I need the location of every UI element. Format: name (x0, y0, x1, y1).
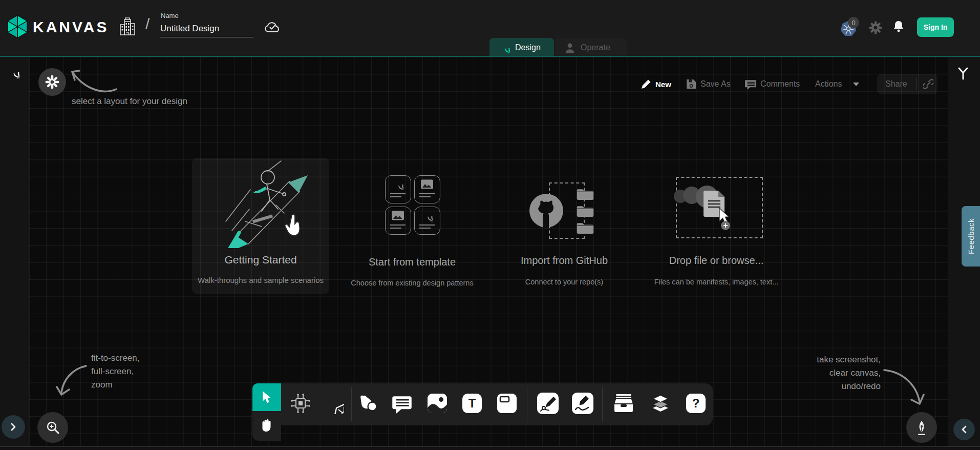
tool-kubernetes-button[interactable] (322, 392, 345, 415)
breadcrumb-separator: / (145, 15, 150, 33)
kubernetes-wheel-icon (323, 393, 344, 414)
note-icon (497, 394, 517, 413)
hint-fit-to-screen: fit-to-screen, (91, 353, 139, 363)
left-rail (0, 57, 29, 446)
tool-layers-button[interactable] (649, 392, 672, 415)
pen-nib-icon (914, 419, 929, 436)
toolbar-divider (527, 387, 527, 421)
text-tool-icon: T (468, 396, 476, 411)
hint-undo-redo: undo/redo (789, 381, 881, 392)
card-import-github[interactable] (507, 169, 622, 292)
sign-in-button[interactable]: Sign In (917, 17, 954, 37)
cursor-arrow-icon (261, 391, 273, 404)
card-subtitle: Walk-throughs and sample scenarios (184, 276, 337, 284)
magnifier-plus-icon (45, 420, 60, 435)
feedback-tab[interactable]: Feedback (962, 206, 980, 267)
tab-design[interactable]: Design (489, 38, 554, 57)
card-getting-started[interactable] (192, 158, 329, 294)
card-title: Import from GitHub (493, 255, 636, 267)
shapes-icon (358, 393, 378, 414)
tool-text-button[interactable]: T (462, 394, 482, 413)
card-title: Drop file or browse... (645, 255, 788, 267)
hand-pan-icon (260, 419, 273, 433)
collapse-right-panel-button[interactable] (953, 419, 975, 440)
drawer-archive-icon (613, 393, 634, 414)
actions-dropdown[interactable]: Actions (815, 75, 859, 93)
layout-hint-arrow (59, 57, 125, 97)
building-icon[interactable] (119, 17, 136, 36)
zoom-button[interactable] (37, 412, 68, 443)
tool-comment-button[interactable] (391, 392, 413, 415)
flower-layout-icon (45, 74, 60, 90)
tool-image-button[interactable] (428, 394, 447, 413)
hint-take-screenshot: take screenshot, (789, 355, 881, 365)
pencil-sketch-icon (572, 393, 593, 414)
chevron-down-icon (853, 83, 859, 86)
toolbar-divider (602, 387, 603, 421)
pen-tool-icon (538, 393, 558, 414)
share-button[interactable]: Share (877, 74, 938, 94)
card-title: Getting Started (188, 254, 333, 266)
cloud-saved-icon (264, 21, 281, 34)
kanvas-app: KANVAS / Name (0, 0, 980, 450)
tool-sketch-button[interactable] (572, 393, 593, 414)
card-drop-file[interactable] (655, 169, 778, 292)
design-spiral-icon (499, 42, 510, 53)
cursor-tool-group (252, 383, 281, 441)
card-subtitle: Files can be manifests, images, text... (637, 278, 796, 286)
kubernetes-count-badge: 0 (848, 17, 859, 28)
tool-drawer-button[interactable] (612, 392, 635, 415)
freehand-pen-button[interactable] (906, 412, 937, 443)
tab-design-label: Design (515, 43, 541, 52)
bell-icon[interactable] (892, 20, 905, 34)
save-floppy-icon (686, 79, 696, 89)
help-question-icon: ? (692, 396, 700, 411)
feedback-label: Feedback (967, 218, 975, 254)
new-design-button[interactable]: New (641, 75, 671, 93)
app-header: KANVAS / Name (0, 0, 980, 57)
design-name-input[interactable] (160, 23, 253, 37)
meshery-spiral-icon[interactable] (6, 65, 19, 78)
toolbar-divider (351, 387, 352, 421)
comments-icon (745, 78, 756, 90)
share-link-icon (923, 79, 933, 89)
chevron-right-icon (9, 423, 17, 431)
card-subtitle: Choose from existing design patterns (335, 279, 489, 287)
hint-full-screen: full-screen, (91, 366, 134, 377)
operate-person-icon (564, 42, 576, 53)
pencil-new-icon (641, 79, 651, 89)
tool-pan-button[interactable] (252, 411, 281, 441)
pen-hint-arrow (881, 364, 937, 413)
comment-icon (392, 393, 412, 414)
layers-icon (650, 393, 671, 414)
design-name-label: Name (161, 12, 179, 19)
card-subtitle: Connect to your repo(s) (493, 278, 636, 286)
tool-help-button[interactable]: ? (686, 394, 706, 413)
circuit-components-icon (290, 393, 311, 414)
cursor-hand-graphic (285, 214, 303, 238)
comments-button[interactable]: Comments (745, 75, 800, 93)
card-title: Start from template (340, 256, 484, 268)
bottom-edge (0, 446, 980, 450)
bottom-toolbar: T (281, 383, 713, 425)
zoom-hint-arrow (44, 359, 95, 405)
layout-hint-text: select a layout for your design (72, 96, 187, 107)
tool-components-button[interactable] (289, 392, 312, 415)
hint-clear-canvas: clear canvas, (789, 368, 881, 378)
merge-y-icon[interactable] (956, 66, 970, 80)
kanvas-logo-text: KANVAS (33, 18, 109, 36)
image-icon (428, 394, 447, 413)
tool-note-button[interactable] (497, 394, 517, 413)
gear-icon[interactable] (869, 21, 882, 34)
tool-pen-button[interactable] (537, 393, 559, 414)
tool-shapes-button[interactable] (357, 392, 379, 415)
tab-operate-label: Operate (581, 43, 610, 52)
share-divider (917, 78, 917, 90)
card-start-from-template[interactable] (350, 169, 475, 292)
save-as-button[interactable]: Save As (686, 75, 731, 93)
expand-left-panel-button[interactable] (2, 415, 25, 439)
tab-operate[interactable]: Operate (555, 38, 627, 57)
tool-select-button[interactable] (252, 383, 281, 411)
chevron-left-icon (960, 425, 968, 434)
kanvas-logo-icon[interactable] (6, 15, 29, 38)
